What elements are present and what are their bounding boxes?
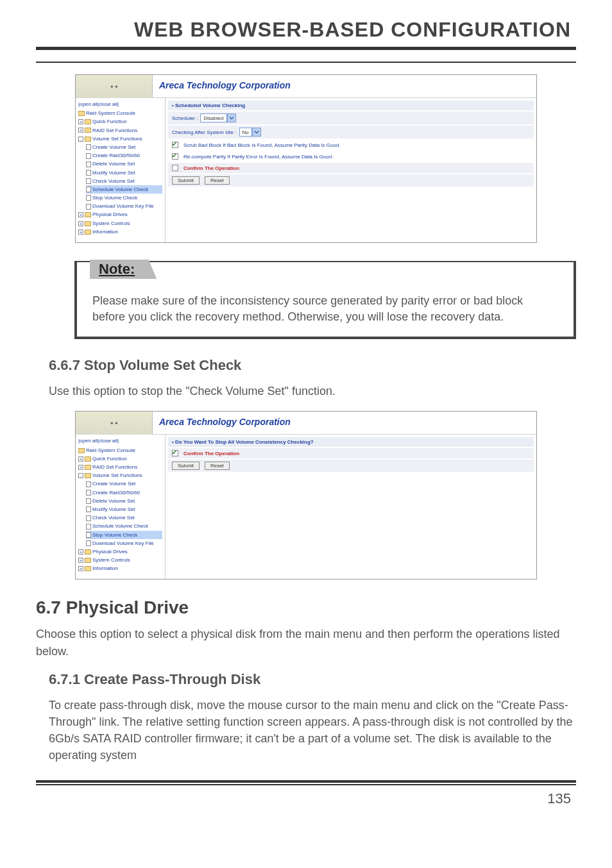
reset-button[interactable]: Reset xyxy=(205,462,230,470)
folder-icon xyxy=(85,128,91,133)
document-icon xyxy=(86,481,91,487)
expand-icon[interactable]: + xyxy=(78,465,83,470)
document-icon xyxy=(86,498,91,504)
tree-create-volume-set[interactable]: Create Volume Set xyxy=(86,480,162,488)
chevron-down-icon[interactable] xyxy=(252,128,261,137)
confirm-label: Confirm The Operation xyxy=(183,451,239,456)
collapse-icon[interactable]: - xyxy=(78,137,83,142)
tree-toggle-all[interactable]: |open all|close all| xyxy=(78,99,162,109)
idle-value: No xyxy=(239,128,252,137)
expand-icon[interactable]: + xyxy=(78,119,83,124)
folder-icon xyxy=(78,448,85,453)
tree-toggle-all[interactable]: |open all|close all| xyxy=(78,436,162,446)
document-icon xyxy=(86,515,91,521)
submit-button[interactable]: Submit xyxy=(172,176,200,185)
tree-information[interactable]: +Information xyxy=(78,564,162,572)
document-icon xyxy=(86,490,91,496)
option-scrub-label: Scrub Bad Block If Bad Block Is Found, A… xyxy=(183,142,341,148)
checkbox-confirm[interactable] xyxy=(172,450,178,456)
tree-information[interactable]: +Information xyxy=(78,228,162,236)
checkbox-confirm[interactable] xyxy=(172,165,178,171)
tree-raid-set-functions[interactable]: +RAID Set Functions xyxy=(78,126,162,135)
document-icon xyxy=(86,144,91,150)
note-title: Note: xyxy=(90,260,157,279)
tree-system-controls[interactable]: +System Controls xyxy=(78,556,162,564)
document-icon xyxy=(86,195,91,201)
document-icon xyxy=(86,506,91,512)
tree-check-volume-set[interactable]: Check Volume Set xyxy=(86,177,162,185)
collapse-icon[interactable]: - xyxy=(78,473,83,478)
tree-schedule-volume-check[interactable]: Schedule Volume Check xyxy=(86,522,162,530)
tree-quick-function[interactable]: +Quick Function xyxy=(78,455,162,463)
tree-physical-drives[interactable]: +Physical Drives xyxy=(78,547,162,556)
tree-root[interactable]: Raid System Console xyxy=(78,446,162,455)
expand-icon[interactable]: + xyxy=(78,221,83,226)
option-recompute-row: Re-compute Parity If Parity Error Is Fou… xyxy=(168,151,534,162)
tree-stop-volume-check[interactable]: Stop Volume Check xyxy=(86,194,162,202)
tree-schedule-volume-check[interactable]: Schedule Volume Check xyxy=(86,185,162,194)
tree-download-volume-key-file[interactable]: Download Volume Key File xyxy=(86,202,162,210)
para-667: Use this option to stop the "Check Volum… xyxy=(49,383,576,399)
tree-delete-volume-set[interactable]: Delete Volume Set xyxy=(86,160,162,168)
tree-volume-set-functions[interactable]: -Volume Set Functions xyxy=(78,135,162,143)
checkbox-scrub[interactable] xyxy=(172,142,178,148)
tree-delete-volume-set[interactable]: Delete Volume Set xyxy=(86,497,162,505)
document-icon xyxy=(86,532,91,538)
tree-system-controls[interactable]: +System Controls xyxy=(78,219,162,228)
button-row: Submit Reset xyxy=(168,460,534,472)
document-icon xyxy=(86,162,91,167)
heading-667: 6.6.7 Stop Volume Set Check xyxy=(49,357,576,374)
option-recompute-label: Re-compute Parity If Parity Error Is Fou… xyxy=(183,154,333,160)
main-panel: • Scheduled Volume Checking Scheduler : … xyxy=(166,98,536,242)
title-rule-thin xyxy=(36,62,576,63)
expand-icon[interactable]: + xyxy=(78,456,83,462)
expand-icon[interactable]: + xyxy=(78,212,83,217)
tree-download-volume-key-file[interactable]: Download Volume Key File xyxy=(86,539,162,547)
footer-rule xyxy=(36,780,576,783)
expand-icon[interactable]: + xyxy=(78,230,83,235)
scheduler-value: Disabled xyxy=(200,113,226,122)
tree-check-volume-set[interactable]: Check Volume Set xyxy=(86,513,162,522)
idle-select[interactable]: No xyxy=(239,128,261,137)
option-scrub-row: Scrub Bad Block If Bad Block Is Found, A… xyxy=(168,140,534,150)
submit-button[interactable]: Submit xyxy=(172,462,200,470)
tree-modify-volume-set[interactable]: Modify Volume Set xyxy=(86,169,162,177)
confirm-row: Confirm The Operation xyxy=(168,163,534,173)
expand-icon[interactable]: + xyxy=(78,566,83,571)
expand-icon[interactable]: + xyxy=(78,549,83,555)
heading-67: 6.7 Physical Drive xyxy=(36,597,576,618)
tree-volume-set-functions[interactable]: -Volume Set Functions xyxy=(78,471,162,480)
checkbox-recompute[interactable] xyxy=(172,153,178,160)
title-rule xyxy=(36,47,576,50)
tree-root[interactable]: Raid System Console xyxy=(78,109,162,117)
confirm-label: Confirm The Operation xyxy=(183,165,239,171)
chevron-down-icon[interactable] xyxy=(227,113,236,122)
brand-title: Areca Technology Corporation xyxy=(153,75,536,98)
tree-quick-function[interactable]: +Quick Function xyxy=(78,117,162,126)
tree-create-volume-set[interactable]: Create Volume Set xyxy=(86,143,162,151)
tree-create-raid305060[interactable]: Create Raid30/50/60 xyxy=(86,488,162,497)
document-icon xyxy=(86,187,91,192)
folder-icon xyxy=(85,566,91,571)
para-67: Choose this option to select a physical … xyxy=(36,626,576,659)
tree-modify-volume-set[interactable]: Modify Volume Set xyxy=(86,505,162,513)
folder-icon xyxy=(85,137,91,142)
tree-raid-set-functions[interactable]: +RAID Set Functions xyxy=(78,463,162,471)
main-panel: • Do You Want To Stop All Volume Consist… xyxy=(166,435,536,579)
scheduler-select[interactable]: Disabled xyxy=(200,113,235,122)
page-number: 135 xyxy=(36,785,576,807)
button-row: Submit Reset xyxy=(168,174,534,187)
folder-icon xyxy=(85,212,91,217)
tree-stop-volume-check[interactable]: Stop Volume Check xyxy=(86,531,162,539)
tree-physical-drives[interactable]: +Physical Drives xyxy=(78,210,162,219)
tree-create-raid305060[interactable]: Create Raid30/50/60 xyxy=(86,151,162,160)
heading-671: 6.7.1 Create Pass-Through Disk xyxy=(49,671,576,688)
reset-button[interactable]: Reset xyxy=(205,176,230,185)
expand-icon[interactable]: + xyxy=(78,128,83,133)
scheduler-row: Scheduler : Disabled xyxy=(168,112,534,124)
expand-icon[interactable]: + xyxy=(78,558,83,563)
document-icon xyxy=(86,204,91,210)
document-icon xyxy=(86,170,91,176)
embedded-screenshot-1: ✦✦ Areca Technology Corporation |open al… xyxy=(75,74,537,243)
folder-icon xyxy=(85,221,91,226)
